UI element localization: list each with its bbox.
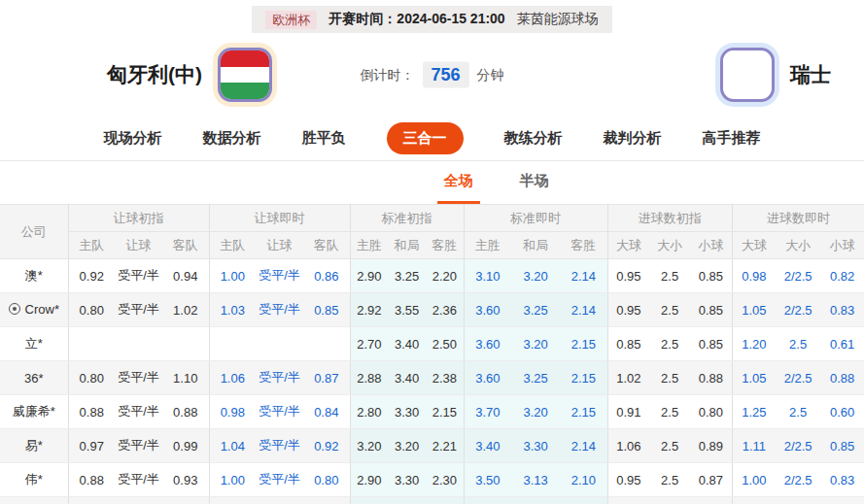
odds-cell: [388, 497, 426, 504]
company-cell[interactable]: 澳*: [0, 259, 68, 293]
subtab-half-match[interactable]: 半场: [513, 161, 556, 204]
company-cell[interactable]: 威廉希*: [0, 395, 68, 429]
odds-cell: 受平/半: [115, 361, 162, 395]
odds-cell: 0.95: [607, 293, 649, 327]
company-cell: [0, 497, 68, 504]
odds-cell: [115, 327, 162, 361]
odds-cell: 1.10: [162, 361, 209, 395]
subtab-full-match[interactable]: 全场: [437, 161, 480, 204]
odds-cell: 1.06: [209, 361, 256, 395]
subheader: 大小: [776, 232, 820, 259]
odds-cell: 1.20: [732, 327, 776, 361]
odds-cell: 2/2.5: [776, 429, 820, 463]
odds-table-body: 澳*0.92受平/半0.941.00受平/半0.862.903.252.203.…: [0, 259, 864, 504]
odds-cell: [511, 497, 560, 504]
switzerland-flag-icon: [720, 48, 775, 102]
odds-cell: 0.84: [303, 395, 350, 429]
top-info-bar: 欧洲杯 开赛时间：2024-06-15 21:00 莱茵能源球场: [0, 6, 864, 33]
odds-cell: 2.5: [649, 429, 690, 463]
subheader: 和局: [511, 232, 560, 259]
period-sub-tabs: 全场 半场: [64, 161, 864, 204]
company-cell[interactable]: Crow*: [0, 293, 68, 327]
group-header-standard-initial: 标准初指: [350, 205, 464, 232]
company-cell[interactable]: 立*: [0, 327, 68, 361]
odds-cell: 0.92: [68, 259, 115, 293]
odds-cell: 1.02: [162, 293, 209, 327]
odds-cell: 2.5: [649, 259, 690, 293]
company-cell[interactable]: 伟*: [0, 463, 68, 497]
company-name: 澳*: [25, 267, 43, 285]
odds-cell: 0.86: [303, 259, 350, 293]
odds-cell: 0.80: [303, 463, 350, 497]
odds-cell: [256, 327, 303, 361]
odds-cell: [68, 497, 115, 504]
odds-cell: 2.14: [560, 259, 607, 293]
odds-cell: 0.99: [162, 429, 209, 463]
odds-cell: 受平/半: [256, 429, 303, 463]
odds-cell: 0.98: [209, 395, 256, 429]
odds-cell: 0.83: [820, 293, 864, 327]
odds-cell: 3.40: [464, 429, 511, 463]
odds-cell: [776, 497, 820, 504]
countdown-unit: 分钟: [477, 66, 504, 84]
tab-win-draw-lose[interactable]: 胜平负: [302, 129, 346, 148]
odds-cell: 1.00: [209, 463, 256, 497]
odds-cell: 受平/半: [256, 259, 303, 293]
odds-cell: 0.60: [820, 395, 864, 429]
away-team: 瑞士: [720, 48, 831, 102]
odds-cell: 0.93: [162, 463, 209, 497]
odds-cell: 0.85: [690, 259, 732, 293]
odds-cell: 2.15: [560, 327, 607, 361]
odds-cell: 2.90: [350, 259, 388, 293]
odds-cell: 0.88: [690, 361, 732, 395]
odds-cell: 0.88: [68, 395, 115, 429]
odds-cell: 2.5: [776, 395, 820, 429]
table-row: 威廉希*0.88受平/半0.880.98受平/半0.842.803.302.15…: [0, 395, 864, 429]
odds-cell: 0.82: [820, 259, 864, 293]
company-cell[interactable]: 36*: [0, 361, 68, 395]
tab-live-analysis[interactable]: 现场分析: [104, 129, 162, 148]
tab-referee-analysis[interactable]: 裁判分析: [604, 129, 662, 148]
tab-data-analysis[interactable]: 数据分析: [203, 129, 261, 148]
tab-expert-picks[interactable]: 高手推荐: [703, 129, 761, 148]
subheader: 大球: [732, 232, 776, 259]
subheader: 大小: [649, 232, 690, 259]
odds-cell: 2.92: [350, 293, 388, 327]
odds-cell: [162, 497, 209, 504]
odds-cell: 3.20: [511, 395, 560, 429]
odds-cell: 3.60: [464, 293, 511, 327]
odds-cell: 1.00: [732, 463, 776, 497]
odds-cell: 3.60: [464, 327, 511, 361]
tab-three-in-one[interactable]: 三合一: [387, 122, 464, 154]
table-row: 立*2.703.402.503.603.202.150.852.50.851.2…: [0, 327, 864, 361]
odds-cell: 受平/半: [115, 293, 162, 327]
odds-cell: 2.5: [776, 327, 820, 361]
odds-cell: 2.70: [350, 327, 388, 361]
subheader: 小球: [820, 232, 864, 259]
table-row-partial: [0, 497, 864, 504]
odds-cell: 2.38: [426, 361, 464, 395]
odds-cell: [350, 497, 388, 504]
odds-cell: 0.85: [820, 429, 864, 463]
odds-cell: 2.30: [426, 463, 464, 497]
odds-cell: 1.25: [732, 395, 776, 429]
odds-cell: [115, 497, 162, 504]
odds-cell: 3.30: [511, 429, 560, 463]
odds-cell: 1.02: [607, 361, 649, 395]
odds-cell: 2.5: [649, 361, 690, 395]
odds-cell: 0.95: [607, 463, 649, 497]
odds-cell: [426, 497, 464, 504]
odds-cell: 3.25: [511, 361, 560, 395]
table-row: 36*0.80受平/半1.101.06受平/半0.872.883.402.383…: [0, 361, 864, 395]
subheader: 和局: [388, 232, 426, 259]
kickoff-time: 开赛时间：2024-06-15 21:00: [328, 11, 504, 28]
odds-cell: 1.03: [209, 293, 256, 327]
group-header-handicap-live: 让球即时: [209, 205, 350, 232]
odds-cell: 2.5: [649, 327, 690, 361]
subheader: 客队: [303, 232, 350, 259]
odds-cell: 1.05: [732, 361, 776, 395]
company-cell[interactable]: 易*: [0, 429, 68, 463]
subheader: 主队: [209, 232, 256, 259]
subheader: 主队: [68, 232, 115, 259]
tab-coach-analysis[interactable]: 教练分析: [504, 129, 563, 148]
